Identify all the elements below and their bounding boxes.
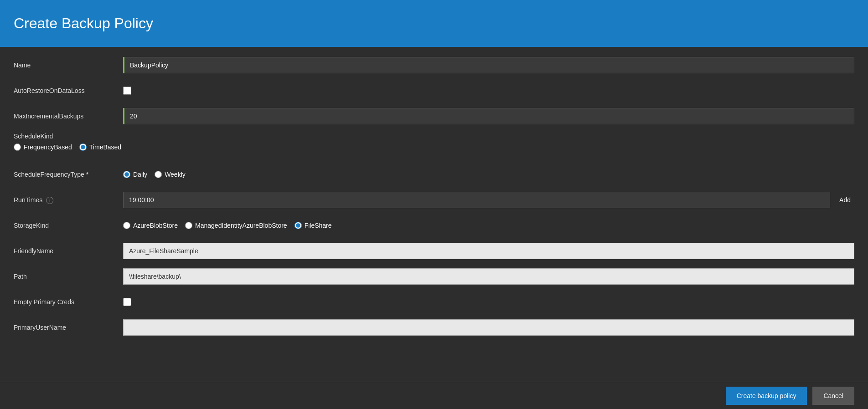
schedule-freq-daily-radio[interactable] xyxy=(123,171,130,178)
path-label: Path xyxy=(14,273,123,280)
path-row: Path xyxy=(14,267,854,286)
primary-username-input[interactable] xyxy=(123,319,854,336)
runtimes-info-icon: i xyxy=(46,197,53,204)
max-incremental-input[interactable] xyxy=(123,108,854,124)
max-incremental-label: MaxIncrementalBackups xyxy=(14,112,123,120)
schedule-kind-time-label: TimeBased xyxy=(89,143,121,151)
schedule-kind-time-option[interactable]: TimeBased xyxy=(79,143,121,151)
schedule-kind-radios: FrequencyBased TimeBased xyxy=(14,143,854,151)
form-container: Name AutoRestoreOnDataLoss MaxIncrementa… xyxy=(0,47,868,382)
empty-primary-creds-checkbox[interactable] xyxy=(123,298,131,306)
schedule-freq-row: ScheduleFrequencyType * Daily Weekly xyxy=(14,165,854,184)
storage-fileshare-label: FileShare xyxy=(305,222,332,229)
friendly-name-row: FriendlyName xyxy=(14,242,854,260)
footer: Create backup policy Cancel xyxy=(0,382,868,409)
page-title: Create Backup Policy xyxy=(14,15,153,32)
path-input[interactable] xyxy=(123,268,854,285)
storage-fileshare-option[interactable]: FileShare xyxy=(294,222,332,229)
schedule-kind-row: ScheduleKind FrequencyBased TimeBased xyxy=(14,133,854,151)
schedule-freq-weekly-label: Weekly xyxy=(165,171,186,178)
schedule-kind-freq-option[interactable]: FrequencyBased xyxy=(14,143,72,151)
friendly-name-input[interactable] xyxy=(123,243,854,259)
storage-managed-radio[interactable] xyxy=(185,222,192,229)
name-input[interactable] xyxy=(123,57,854,73)
schedule-kind-freq-radio[interactable] xyxy=(14,143,21,151)
runtimes-input[interactable] xyxy=(123,192,830,208)
storage-azure-label: AzureBlobStore xyxy=(133,222,178,229)
schedule-freq-weekly-radio[interactable] xyxy=(155,171,162,178)
create-backup-policy-button[interactable]: Create backup policy xyxy=(726,387,807,405)
schedule-freq-weekly-option[interactable]: Weekly xyxy=(155,171,186,178)
runtimes-row: RunTimes i Add xyxy=(14,191,854,209)
auto-restore-label: AutoRestoreOnDataLoss xyxy=(14,87,123,94)
primary-username-label: PrimaryUserName xyxy=(14,324,123,331)
cancel-button[interactable]: Cancel xyxy=(812,387,854,405)
runtimes-label: RunTimes i xyxy=(14,196,123,204)
schedule-freq-daily-option[interactable]: Daily xyxy=(123,171,147,178)
page-header: Create Backup Policy xyxy=(0,0,868,47)
schedule-freq-label: ScheduleFrequencyType * xyxy=(14,171,123,178)
storage-fileshare-radio[interactable] xyxy=(294,222,302,229)
storage-kind-radios: AzureBlobStore ManagedIdentityAzureBlobS… xyxy=(123,222,332,229)
friendly-name-label: FriendlyName xyxy=(14,247,123,255)
schedule-freq-daily-label: Daily xyxy=(133,171,147,178)
primary-username-row: PrimaryUserName xyxy=(14,318,854,337)
storage-managed-option[interactable]: ManagedIdentityAzureBlobStore xyxy=(185,222,287,229)
auto-restore-row: AutoRestoreOnDataLoss xyxy=(14,82,854,100)
max-incremental-row: MaxIncrementalBackups xyxy=(14,107,854,125)
schedule-kind-label: ScheduleKind xyxy=(14,133,854,140)
runtimes-input-group: Add xyxy=(123,192,854,208)
storage-azure-radio[interactable] xyxy=(123,222,130,229)
empty-primary-creds-row: Empty Primary Creds xyxy=(14,293,854,311)
storage-azure-option[interactable]: AzureBlobStore xyxy=(123,222,178,229)
name-label: Name xyxy=(14,61,123,69)
auto-restore-checkbox[interactable] xyxy=(123,87,131,95)
schedule-kind-freq-label: FrequencyBased xyxy=(24,143,72,151)
storage-kind-label: StorageKind xyxy=(14,222,123,229)
empty-primary-creds-label: Empty Primary Creds xyxy=(14,298,123,306)
storage-managed-label: ManagedIdentityAzureBlobStore xyxy=(195,222,287,229)
storage-kind-row: StorageKind AzureBlobStore ManagedIdenti… xyxy=(14,216,854,235)
schedule-kind-time-radio[interactable] xyxy=(79,143,87,151)
schedule-freq-radios: Daily Weekly xyxy=(123,171,186,178)
runtimes-add-button[interactable]: Add xyxy=(836,194,854,205)
name-row: Name xyxy=(14,56,854,74)
